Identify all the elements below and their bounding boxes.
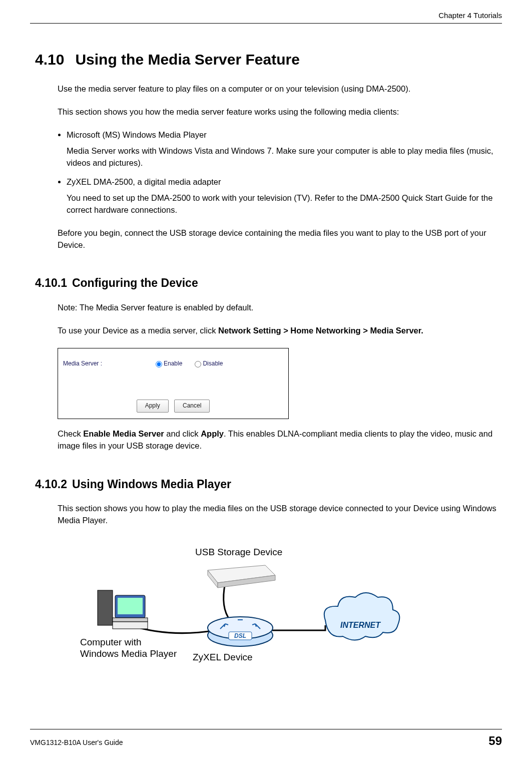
section-title: Using the Media Server Feature [75,51,299,68]
intro-paragraph-2: This section shows you how the media ser… [58,106,499,118]
header-chapter: Chapter 4 Tutorials [30,10,502,23]
internet-cloud-icon: INTERNET [324,593,400,640]
subsection-number: 4.10.1 [35,276,67,289]
media-server-label: Media Server : [63,359,153,368]
enable-instruction: Check Enable Media Server and click Appl… [58,428,499,452]
bullet-1-desc: Media Server works with Windows Vista an… [67,145,499,169]
page-number: 59 [488,732,502,750]
footer-guide-name: VMG1312-B10A User's Guide [30,737,123,747]
dsl-label: DSL [234,632,246,639]
zyxel-device-label: ZyXEL Device [193,650,253,664]
cancel-button[interactable]: Cancel [174,400,210,412]
wmp-intro: This section shows you how to play the m… [58,503,499,527]
media-server-config-screenshot: Media Server : Enable Disable Apply Canc… [58,348,289,419]
svg-rect-3 [113,618,148,622]
svg-rect-0 [98,590,113,625]
svg-rect-2 [118,598,143,614]
section-4-10-heading: 4.10Using the Media Server Feature [35,49,502,71]
bullet-2-desc: You need to set up the DMA-2500 to work … [67,192,499,216]
nav-path: Network Setting > Home Networking > Medi… [218,326,423,335]
apply-button[interactable]: Apply [137,400,169,412]
nav-instruction: To use your Device as a media server, cl… [58,325,499,337]
header-divider [30,23,502,24]
computer-icon [98,590,148,629]
enable-radio-label[interactable]: Enable [153,359,182,368]
before-you-begin: Before you begin, connect the USB storag… [58,227,499,251]
note-enabled-by-default: Note: The Media Server feature is enable… [58,302,499,314]
intro-paragraph-1: Use the media server feature to play fil… [58,83,499,95]
computer-label-line2: Windows Media Player [80,647,177,661]
internet-label: INTERNET [340,621,381,629]
subsection-number: 4.10.2 [35,478,67,491]
section-4-10-2-heading: 4.10.2Using Windows Media Player [35,476,502,493]
network-diagram: DSL INTERNET USB Storage Device Computer… [65,538,425,678]
disable-radio[interactable] [195,361,201,367]
enable-radio[interactable] [156,361,162,367]
svg-rect-4 [113,622,148,629]
disable-radio-label[interactable]: Disable [192,359,223,368]
router-icon: DSL [208,617,273,646]
usb-storage-icon [208,565,275,588]
bullet-2-title: ZyXEL DMA-2500, a digital media adapter [67,177,221,186]
usb-storage-label: USB Storage Device [195,545,282,559]
bullet-1-title: Microsoft (MS) Windows Media Player [67,130,207,139]
footer-divider [30,729,502,729]
subsection-title: Configuring the Device [72,276,198,289]
section-4-10-1-heading: 4.10.1Configuring the Device [35,275,502,291]
section-number: 4.10 [35,51,64,68]
media-clients-list: Microsoft (MS) Windows Media Player Medi… [58,129,499,216]
subsection-title: Using Windows Media Player [72,478,231,491]
